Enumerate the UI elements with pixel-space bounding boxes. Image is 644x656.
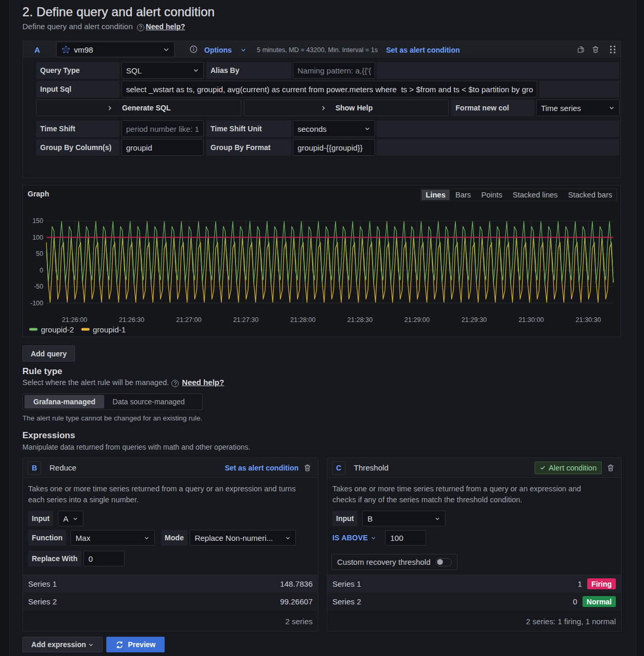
svg-text:21:28:00: 21:28:00 bbox=[290, 316, 316, 324]
svg-text:-50: -50 bbox=[34, 283, 43, 290]
svg-text:21:30:00: 21:30:00 bbox=[518, 316, 544, 324]
svg-text:100: 100 bbox=[32, 234, 43, 241]
svg-text:0: 0 bbox=[40, 267, 43, 274]
svg-text:groupid-1: groupid-1 bbox=[93, 325, 126, 334]
svg-text:50: 50 bbox=[36, 250, 43, 257]
svg-text:150: 150 bbox=[32, 217, 43, 225]
svg-text:21:30:30: 21:30:30 bbox=[576, 316, 601, 324]
svg-text:21:29:00: 21:29:00 bbox=[404, 316, 430, 324]
svg-text:21:26:30: 21:26:30 bbox=[119, 316, 144, 324]
svg-text:groupid-2: groupid-2 bbox=[41, 325, 74, 334]
svg-text:21:28:30: 21:28:30 bbox=[348, 316, 373, 324]
svg-text:21:27:30: 21:27:30 bbox=[233, 316, 258, 324]
svg-text:21:26:00: 21:26:00 bbox=[62, 316, 88, 324]
svg-text:-100: -100 bbox=[30, 300, 43, 307]
svg-text:21:27:00: 21:27:00 bbox=[176, 316, 202, 324]
svg-text:21:29:30: 21:29:30 bbox=[462, 316, 487, 324]
